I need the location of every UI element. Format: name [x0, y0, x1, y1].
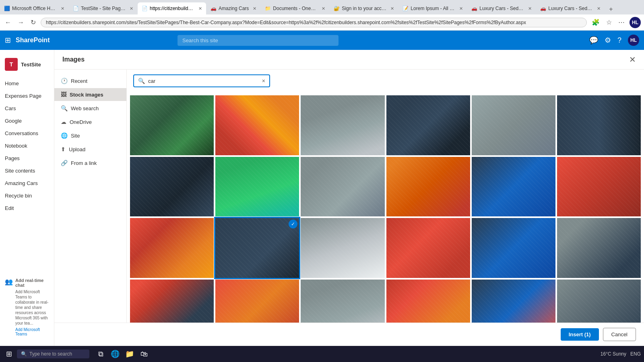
- image-cell-0-2[interactable]: [301, 95, 384, 155]
- panel-sidebar-upload[interactable]: ⬆ Upload: [54, 143, 126, 156]
- image-cell-2-1[interactable]: ✓: [215, 218, 299, 278]
- tab-label: Amazing Cars: [219, 6, 249, 11]
- image-overlay: [386, 157, 470, 217]
- image-cell-0-5[interactable]: [557, 95, 641, 155]
- image-cell-1-5[interactable]: [557, 157, 641, 217]
- panel-close-button[interactable]: ✕: [629, 55, 636, 64]
- panel-sidebar-onedrive[interactable]: ☁ OneDrive: [54, 115, 126, 128]
- explorer-icon[interactable]: 📁: [124, 348, 135, 360]
- panel-sidebar-recent[interactable]: 🕐 Recent: [54, 74, 126, 87]
- sidebar-item-cars[interactable]: Cars: [0, 102, 54, 115]
- tab-favicon: 📝: [402, 6, 408, 11]
- image-overlay: [386, 218, 470, 278]
- image-overlay: [130, 218, 214, 278]
- tab-close[interactable]: ✕: [253, 6, 256, 11]
- sidebar-item-recycle[interactable]: Recycle bin: [0, 189, 54, 202]
- windows-icon[interactable]: ⊞: [3, 348, 14, 360]
- sidebar-item-notebook[interactable]: Notebook: [0, 140, 54, 152]
- image-cell-0-4[interactable]: [472, 95, 555, 155]
- tab-luxury2[interactable]: 🚗 Luxury Cars - Sedans... ✕: [536, 2, 605, 14]
- panel-sidebar-onedrive-label: OneDrive: [70, 119, 92, 125]
- sidebar-item-expenses[interactable]: Expenses Page: [0, 90, 54, 102]
- image-cell-0-0[interactable]: [130, 95, 214, 155]
- sidebar-item-amazing-cars[interactable]: Amazing Cars: [0, 177, 54, 189]
- new-tab-button[interactable]: +: [605, 4, 617, 14]
- tab-amazing-cars[interactable]: 🚗 Amazing Cars ✕: [206, 2, 260, 14]
- image-cell-1-1[interactable]: [215, 157, 299, 217]
- chat-icon[interactable]: 💬: [589, 36, 598, 45]
- teams-icon: 👥: [5, 278, 13, 286]
- link-icon: 🔗: [61, 160, 68, 166]
- settings-button[interactable]: ⋯: [617, 17, 626, 28]
- tab-close[interactable]: ✕: [61, 6, 64, 11]
- waffle-icon[interactable]: ⊞: [5, 36, 11, 45]
- forward-button[interactable]: →: [16, 17, 26, 28]
- taskbar-search[interactable]: 🔍 Type here to search: [17, 350, 89, 358]
- back-button[interactable]: ←: [3, 17, 13, 28]
- sidebar-item-edit[interactable]: Edit: [0, 202, 54, 214]
- sidebar-item-conversations[interactable]: Conversations: [0, 127, 54, 140]
- taskbar-icons: ⧉ 🌐 📁 🛍: [95, 348, 150, 360]
- address-bar[interactable]: https://citizenbuilders.sharepoint.com/s…: [41, 18, 587, 27]
- tab-luxury1[interactable]: 🚗 Luxury Cars - Sedans... ✕: [467, 2, 536, 14]
- image-cell-1-4[interactable]: [472, 157, 555, 217]
- tab-onedrive[interactable]: 📁 Documents - OneDriv... ✕: [261, 2, 329, 14]
- sidebar-item-google[interactable]: Google: [0, 115, 54, 127]
- profile-avatar[interactable]: HL: [630, 17, 641, 28]
- clear-search-button[interactable]: ×: [262, 78, 265, 84]
- search-input[interactable]: [148, 78, 259, 84]
- user-avatar[interactable]: HL: [628, 35, 639, 46]
- tab-signin[interactable]: 🔐 Sign in to your accou... ✕: [330, 2, 398, 14]
- insert-button[interactable]: Insert (1): [561, 328, 599, 341]
- image-cell-2-4[interactable]: [472, 218, 555, 278]
- tab-close[interactable]: ✕: [597, 6, 601, 11]
- task-view-icon[interactable]: ⧉: [95, 348, 106, 360]
- image-cell-2-3[interactable]: [386, 218, 470, 278]
- tab-close[interactable]: ✕: [130, 6, 133, 11]
- settings-icon[interactable]: ⚙: [605, 36, 611, 45]
- image-cell-1-0[interactable]: [130, 157, 214, 217]
- tab-close[interactable]: ✕: [390, 6, 394, 11]
- favorites-button[interactable]: ☆: [605, 17, 613, 28]
- store-icon[interactable]: 🛍: [138, 348, 150, 360]
- image-cell-0-3[interactable]: [386, 95, 470, 155]
- tab-favicon: 📄: [142, 6, 147, 11]
- image-overlay: [301, 95, 384, 155]
- image-cell-2-5[interactable]: [557, 218, 641, 278]
- panel-sidebar-recent-label: Recent: [71, 78, 87, 84]
- tab-close[interactable]: ✕: [322, 6, 325, 11]
- sidebar-item-pages[interactable]: Pages: [0, 152, 54, 165]
- sidebar-footer: 👥 Add real-time chat Add Microsoft Teams…: [0, 273, 54, 341]
- image-cell-1-3[interactable]: [386, 157, 470, 217]
- tab-close[interactable]: ✕: [528, 6, 532, 11]
- tab-label: Documents - OneDriv...: [273, 6, 318, 11]
- panel-sidebar-link[interactable]: 🔗 From a link: [54, 156, 126, 169]
- image-cell-2-2[interactable]: [301, 218, 384, 278]
- stock-icon: 🖼: [61, 91, 66, 98]
- cancel-button[interactable]: Cancel: [603, 328, 636, 341]
- image-overlay: [557, 157, 641, 217]
- image-cell-0-1[interactable]: [215, 95, 299, 155]
- edge-icon[interactable]: 🌐: [109, 348, 121, 360]
- panel-sidebar-link-label: From a link: [71, 160, 97, 166]
- image-cell-2-0[interactable]: [130, 218, 214, 278]
- tab-active[interactable]: 📄 https://citizenbuilders. ✕: [138, 2, 206, 14]
- sidebar-item-contents[interactable]: Site contents: [0, 165, 54, 177]
- panel-sidebar-web[interactable]: 🔍 Web search: [54, 102, 126, 115]
- panel-sidebar-stock[interactable]: 🖼 Stock images: [54, 88, 126, 101]
- add-teams-link[interactable]: Add Microsoft Teams: [15, 327, 49, 336]
- sidebar-item-home[interactable]: Home: [0, 77, 54, 90]
- grid-area: 🔍 ×: [127, 70, 644, 346]
- help-icon[interactable]: ?: [617, 36, 621, 45]
- tab-lorem[interactable]: 📝 Lorem Ipsum - All the... ✕: [398, 2, 467, 14]
- tab-close[interactable]: ✕: [459, 6, 463, 11]
- reload-button[interactable]: ↻: [29, 17, 37, 28]
- taskbar-right: 16°C Sunny ENG: [601, 351, 641, 357]
- tab-close[interactable]: ✕: [198, 6, 202, 11]
- sp-search-input[interactable]: [178, 35, 339, 46]
- tab-testsite[interactable]: 📄 TestSite - Site Pages ✕: [69, 2, 137, 14]
- panel-sidebar-site[interactable]: 🌐 Site: [54, 129, 126, 142]
- image-cell-1-2[interactable]: [301, 157, 384, 217]
- tab-office-home[interactable]: 🟦 Microsoft Office Home ✕: [0, 2, 68, 14]
- extensions-button[interactable]: 🧩: [590, 17, 601, 28]
